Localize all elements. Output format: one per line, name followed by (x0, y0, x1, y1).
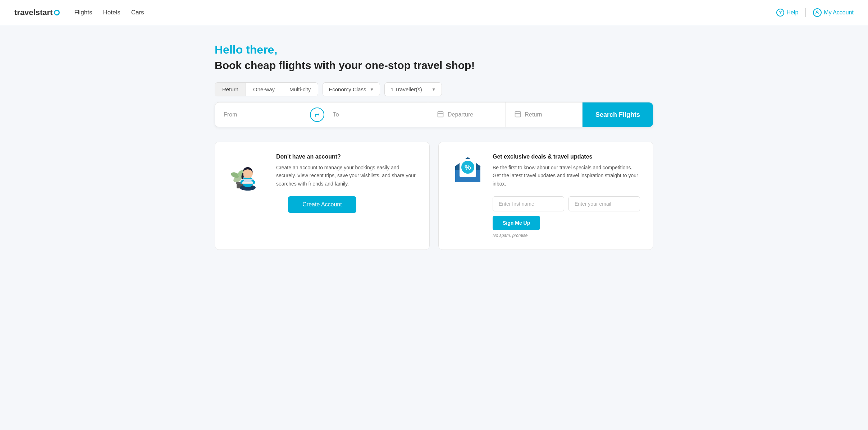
to-field[interactable]: To (327, 102, 428, 127)
newsletter-card-desc: Be the first to know about our travel sp… (493, 164, 640, 188)
nav-item-cars[interactable]: Cars (131, 8, 144, 18)
header-divider (805, 8, 806, 17)
travellers-selector[interactable]: 1 Traveller(s) ▼ (384, 82, 442, 96)
class-label: Economy Class (329, 86, 366, 92)
account-card-desc: Create an account to manage your booking… (276, 164, 416, 188)
travellers-chevron-icon: ▼ (431, 87, 436, 92)
account-card-title: Don't have an account? (276, 154, 416, 160)
newsletter-form: Sign Me Up (493, 196, 640, 230)
help-icon: ? (776, 9, 784, 17)
class-chevron-icon: ▼ (370, 87, 374, 92)
cards-row: Don't have an account? Create an account… (215, 142, 653, 250)
help-label: Help (786, 9, 798, 16)
from-placeholder: From (224, 111, 237, 118)
swap-button[interactable]: ⇄ (310, 108, 324, 122)
search-flights-button[interactable]: Search Flights (583, 102, 653, 127)
account-card: Don't have an account? Create an account… (215, 142, 430, 250)
account-card-content: Don't have an account? Create an account… (276, 154, 416, 196)
departure-calendar-icon (437, 110, 444, 119)
header-right: ? Help My Account (776, 8, 854, 17)
nav-item-flights[interactable]: Flights (74, 8, 92, 18)
account-button[interactable]: My Account (813, 8, 854, 17)
account-label: My Account (824, 9, 854, 16)
first-name-input[interactable] (493, 196, 564, 211)
main-content: Hello there, Book cheap flights with you… (200, 25, 668, 264)
svg-rect-5 (515, 111, 520, 117)
sign-me-up-button[interactable]: Sign Me Up (493, 216, 540, 230)
envelope-illustration: % (452, 154, 484, 186)
trip-options-row: Return One-way Multi-city Economy Class … (215, 82, 653, 96)
nav-item-hotels[interactable]: Hotels (103, 8, 120, 18)
logo-text: travelstart (14, 8, 52, 17)
logo[interactable]: travelstart (14, 8, 60, 17)
header: travelstart Flights Hotels Cars ? Help M… (0, 0, 868, 25)
trip-type-one-way[interactable]: One-way (246, 83, 282, 96)
account-card-action: Create Account (228, 196, 416, 213)
help-button[interactable]: ? Help (776, 9, 798, 17)
to-label: To (333, 111, 339, 118)
tagline-text: Book cheap flights with your one-stop tr… (215, 59, 653, 72)
svg-text:%: % (465, 163, 471, 171)
departure-field[interactable]: Departure (428, 102, 505, 127)
svg-point-0 (817, 11, 818, 13)
search-bar: From ⇄ To Departure (215, 102, 653, 127)
logo-dot-icon (54, 10, 60, 15)
greeting-text: Hello there, (215, 43, 653, 56)
return-calendar-icon (514, 110, 521, 119)
main-nav: Flights Hotels Cars (74, 8, 144, 18)
no-spam-text: No spam, promise (493, 233, 640, 238)
account-card-inner: Don't have an account? Create an account… (228, 154, 416, 196)
trip-type-multi-city[interactable]: Multi-city (282, 83, 318, 96)
newsletter-card: % Get exclusive deals & travel updates B… (438, 142, 653, 250)
return-label: Return (525, 111, 542, 118)
create-account-button[interactable]: Create Account (288, 196, 356, 213)
from-field[interactable]: From (215, 102, 307, 127)
trip-type-group: Return One-way Multi-city (215, 82, 318, 96)
trip-type-return[interactable]: Return (215, 83, 246, 96)
account-icon (813, 8, 822, 17)
newsletter-card-inner: % Get exclusive deals & travel updates B… (452, 154, 640, 238)
newsletter-card-title: Get exclusive deals & travel updates (493, 154, 640, 160)
newsletter-card-content: Get exclusive deals & travel updates Be … (493, 154, 640, 238)
email-input[interactable] (568, 196, 640, 211)
person-illustration (228, 154, 268, 193)
departure-label: Departure (448, 111, 473, 118)
class-selector[interactable]: Economy Class ▼ (323, 82, 380, 96)
header-left: travelstart Flights Hotels Cars (14, 8, 144, 18)
return-field[interactable]: Return (506, 102, 583, 127)
travellers-label: 1 Traveller(s) (390, 86, 422, 92)
svg-rect-1 (438, 111, 443, 117)
